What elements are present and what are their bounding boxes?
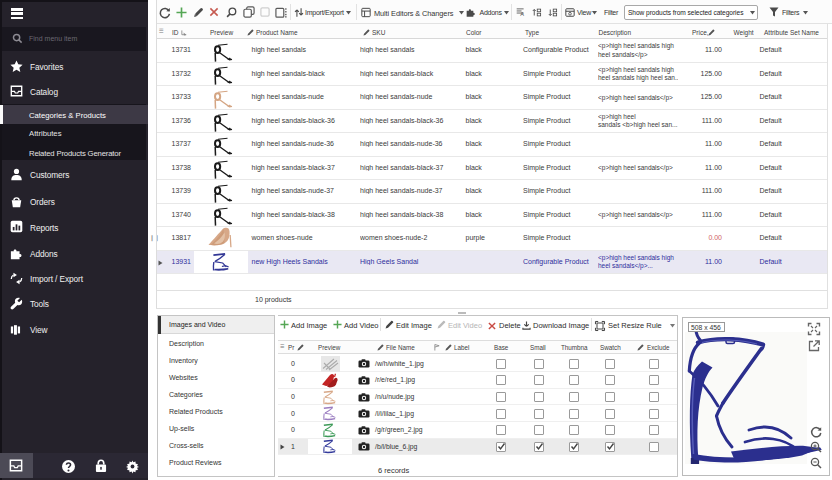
svg-text:A: A (520, 11, 524, 17)
